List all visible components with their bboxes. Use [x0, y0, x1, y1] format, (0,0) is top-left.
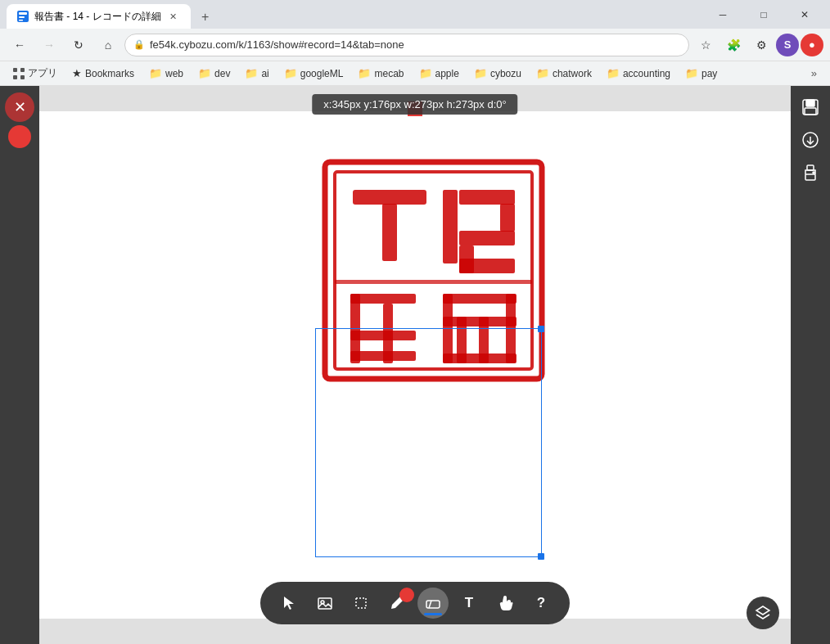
bookmarks-label: Bookmarks — [85, 68, 134, 79]
accounting-label: accounting — [623, 68, 670, 79]
svg-rect-12 — [443, 190, 458, 263]
svg-rect-30 — [443, 354, 516, 363]
help-icon: ? — [537, 595, 545, 611]
tab-close-button[interactable]: ✕ — [166, 9, 181, 24]
minimize-button[interactable]: ─ — [704, 0, 742, 29]
bookmark-cybozu[interactable]: 📁 cybozu — [467, 65, 528, 81]
apps-button[interactable]: アプリ — [7, 65, 64, 82]
close-button[interactable]: ✕ — [786, 0, 823, 29]
home-button[interactable]: ⌂ — [95, 32, 121, 58]
text-tool-icon: T — [465, 595, 473, 611]
tab-icon — [16, 10, 29, 23]
main-content: ✕ x:345px y:176px w:273px h:273px d:0° — [0, 86, 830, 644]
tab-label: 報告書 - 14 - レコードの詳細 — [34, 10, 161, 24]
svg-rect-1 — [19, 12, 27, 15]
address-bar[interactable]: 🔒 — [124, 34, 689, 56]
bookmark-dev[interactable]: 📁 dev — [192, 65, 237, 81]
print-button[interactable] — [796, 158, 825, 187]
url-input[interactable] — [150, 38, 680, 51]
svg-rect-2 — [19, 16, 25, 18]
ai-folder-icon: 📁 — [245, 67, 258, 79]
svg-rect-23 — [350, 351, 416, 361]
svg-point-42 — [813, 172, 814, 173]
bookmark-accounting[interactable]: 📁 accounting — [600, 65, 677, 81]
bookmarks-folder-icon: ★ — [72, 67, 82, 79]
editor-area: x:345px y:176px w:273px h:273px d:0° — [39, 86, 791, 644]
profile-button[interactable]: S — [776, 34, 799, 56]
svg-rect-13 — [459, 190, 515, 205]
left-toolbar: ✕ — [0, 86, 39, 644]
svg-rect-4 — [13, 68, 17, 72]
bookmark-bookmarks[interactable]: ★ Bookmarks — [65, 65, 141, 81]
back-button[interactable]: ← — [7, 32, 33, 58]
close-editor-icon: ✕ — [14, 98, 26, 116]
svg-rect-17 — [459, 259, 515, 273]
svg-marker-35 — [756, 606, 769, 615]
bookmark-googleml[interactable]: 📁 googleML — [277, 65, 350, 81]
dev-folder-icon: 📁 — [198, 67, 211, 79]
pen-tool-button[interactable] — [381, 588, 413, 619]
svg-rect-38 — [805, 108, 816, 115]
googleml-folder-icon: 📁 — [284, 67, 297, 79]
bookmark-web[interactable]: 📁 web — [142, 65, 190, 81]
select-tool-button[interactable] — [345, 588, 377, 619]
apple-label: apple — [435, 68, 459, 79]
bookmarks-more-button[interactable]: » — [805, 65, 823, 81]
bookmark-apple[interactable]: 📁 apple — [413, 65, 466, 81]
pointer-tool-button[interactable] — [273, 588, 304, 619]
lock-icon: 🔒 — [133, 39, 145, 50]
image-tool-button[interactable] — [309, 588, 341, 619]
new-tab-button[interactable]: + — [194, 6, 217, 29]
bookmark-star-button[interactable]: ☆ — [692, 32, 719, 58]
red-indicator — [8, 125, 31, 148]
selection-handle-bottom-right[interactable] — [538, 553, 544, 560]
chatwork-folder-icon: 📁 — [536, 67, 549, 79]
eraser-active-indicator — [424, 613, 442, 615]
forward-button[interactable]: → — [36, 32, 62, 58]
extensions-button[interactable]: 🧩 — [720, 32, 747, 58]
download-button[interactable] — [796, 125, 825, 155]
help-button[interactable]: ? — [526, 588, 557, 619]
eraser-tool-button[interactable] — [417, 588, 449, 619]
close-editor-button[interactable]: ✕ — [5, 92, 34, 122]
apps-label: アプリ — [28, 66, 57, 80]
pen-active-indicator — [399, 588, 414, 602]
mecab-label: mecab — [374, 68, 404, 79]
accounting-folder-icon: 📁 — [607, 67, 620, 79]
svg-rect-5 — [20, 68, 25, 72]
text-tool-button[interactable]: T — [453, 588, 485, 619]
active-tab[interactable]: 報告書 - 14 - レコードの詳細 ✕ — [7, 4, 191, 29]
svg-rect-22 — [350, 331, 416, 340]
svg-rect-41 — [807, 165, 814, 170]
save-image-button[interactable] — [796, 92, 825, 122]
bookmarks-bar: アプリ ★ Bookmarks 📁 web 📁 dev 📁 ai 📁 googl… — [0, 61, 830, 86]
svg-rect-20 — [350, 294, 416, 304]
top-handle-dot — [408, 101, 422, 116]
svg-rect-18 — [335, 280, 532, 284]
svg-rect-6 — [13, 75, 17, 79]
bookmark-chatwork[interactable]: 📁 chatwork — [530, 65, 598, 81]
hand-tool-button[interactable] — [489, 588, 521, 619]
stamp-image — [322, 159, 545, 382]
svg-rect-15 — [459, 231, 515, 245]
right-toolbar — [791, 86, 830, 644]
maximize-button[interactable]: □ — [745, 0, 783, 29]
settings-button[interactable]: ⚙ — [748, 32, 774, 58]
bookmark-pay[interactable]: 📁 pay — [679, 65, 724, 81]
nav-right-buttons: ☆ 🧩 ⚙ S ● — [692, 32, 823, 58]
bookmark-mecab[interactable]: 📁 mecab — [351, 65, 410, 81]
svg-rect-27 — [506, 294, 516, 363]
ai-label: ai — [261, 68, 268, 79]
bottom-toolbar: T ? — [260, 582, 570, 624]
cybozu-folder-icon: 📁 — [474, 67, 487, 79]
svg-rect-3 — [19, 20, 23, 21]
canvas[interactable] — [39, 111, 791, 619]
layers-button[interactable] — [747, 597, 779, 629]
mecab-folder-icon: 📁 — [358, 67, 371, 79]
navbar: ← → ↻ ⌂ 🔒 ☆ 🧩 ⚙ S ● — [0, 29, 830, 61]
profile2-button[interactable]: ● — [801, 34, 823, 56]
bookmark-ai[interactable]: 📁 ai — [238, 65, 275, 81]
cybozu-label: cybozu — [490, 68, 521, 79]
reload-button[interactable]: ↻ — [65, 32, 92, 58]
svg-rect-25 — [443, 294, 453, 363]
